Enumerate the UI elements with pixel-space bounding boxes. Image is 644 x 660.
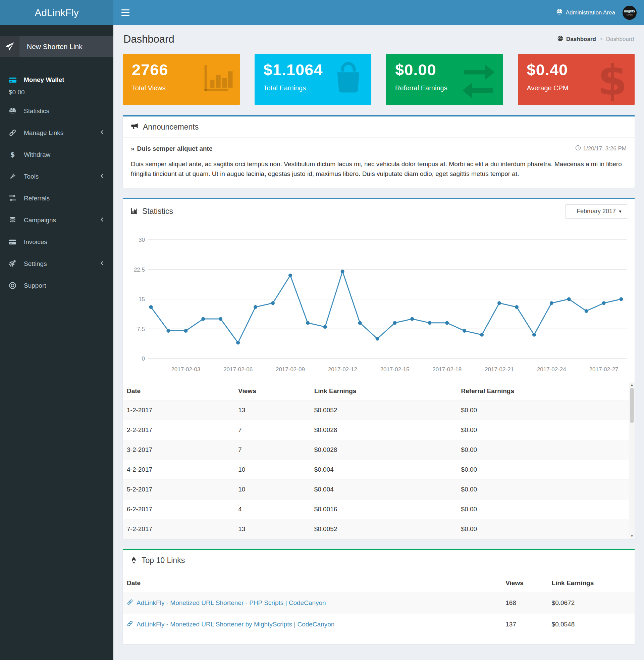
dollar-icon: $ <box>9 151 19 158</box>
sidebar-item-tools[interactable]: Tools <box>0 166 113 187</box>
top-links-title: Top 10 Links <box>141 556 185 565</box>
sidebar-toggle-button[interactable] <box>113 0 138 25</box>
breadcrumb-current: Dashboard <box>606 36 634 43</box>
announcement-timestamp: 1/20/17, 3:26 PM <box>575 145 626 152</box>
svg-text:15: 15 <box>139 296 145 303</box>
table-row: 7-2-201713$0.0052$0.00 <box>123 519 629 539</box>
column-header-date: Date <box>123 382 234 400</box>
sidebar-item-referrals[interactable]: Referrals <box>0 187 113 209</box>
app-logo[interactable]: AdLinkFly <box>0 0 113 25</box>
sidebar-item-campaigns[interactable]: Campaigns <box>0 209 113 231</box>
stat-card-total-views: 2766 Total Views <box>123 54 240 105</box>
chain-link-icon <box>9 129 19 137</box>
sidebar-item-support[interactable]: Support <box>0 274 113 296</box>
breadcrumb: Dashboard > Dashboard <box>557 35 634 43</box>
sidebar-item-settings[interactable]: Settings <box>0 253 113 274</box>
user-avatar[interactable]: mighty Scripts <box>623 6 637 20</box>
chevron-left-icon <box>100 260 104 268</box>
announcements-title: Announcements <box>143 123 199 132</box>
table-row: 6-2-20174$0.0016$0.00 <box>123 499 629 519</box>
sidebar-item-statistics[interactable]: Statistics <box>0 100 113 122</box>
scrollbar-up-arrow[interactable]: ▲ <box>629 382 635 388</box>
svg-text:0: 0 <box>142 355 145 362</box>
top-links-panel: Top 10 Links Date Views Link Earnings <box>123 549 635 644</box>
column-header-date: Date <box>123 574 502 592</box>
top-link-earnings: $0.0548 <box>548 614 635 635</box>
exchange-arrows-icon <box>459 60 498 100</box>
svg-text:2017-02-18: 2017-02-18 <box>432 366 462 373</box>
sidebar-item-label: Statistics <box>24 107 49 115</box>
sidebar-item-label: Withdraw <box>24 151 50 158</box>
column-header-link-earnings: Link Earnings <box>548 574 635 592</box>
top-bar: AdLinkFly Administration Area mighty Scr… <box>0 0 644 25</box>
svg-text:$: $ <box>598 60 627 102</box>
sidebar-item-invoices[interactable]: Invoices <box>0 231 113 253</box>
dollar-icon: $ <box>596 60 629 103</box>
sidebar: New Shorten Link Money Wallet $0.00 Stat… <box>0 25 113 660</box>
top-link-anchor[interactable]: AdLinkFly - Monetized URL Shortener - PH… <box>137 599 326 607</box>
content-header: Dashboard Dashboard > Dashboard <box>113 25 644 45</box>
bullhorn-icon <box>130 122 139 132</box>
svg-text:22.5: 22.5 <box>134 266 145 272</box>
administration-area-link[interactable]: Administration Area <box>556 8 615 17</box>
sidebar-item-manage-links[interactable]: Manage Links <box>0 122 113 144</box>
new-shorten-link-button[interactable]: New Shorten Link <box>0 36 113 57</box>
credit-card-icon <box>9 238 19 246</box>
stat-cards: 2766 Total Views $1.1064 Total Earnings … <box>113 45 644 105</box>
table-scrollbar[interactable]: ▲ ▼ <box>629 382 635 539</box>
top-link-views: 168 <box>502 592 547 614</box>
database-icon <box>9 216 19 224</box>
table-row: 2-2-20177$0.0028$0.00 <box>123 420 629 440</box>
announcement-item-title: » Duis semper aliquet ante <box>131 145 212 152</box>
column-header-views: Views <box>234 382 310 400</box>
svg-text:7.5: 7.5 <box>137 326 145 332</box>
exchange-arrows-icon <box>9 194 19 202</box>
top-links-table: Date Views Link Earnings AdLinkFly - Mo <box>123 574 635 635</box>
table-row: 5-2-201710$0.004$0.00 <box>123 479 629 499</box>
top-link-anchor[interactable]: AdLinkFly - Monetized URL Shortener by M… <box>137 621 335 628</box>
chevron-left-icon <box>100 217 104 224</box>
caret-down-icon: ▼ <box>618 209 622 214</box>
scrollbar-thumb[interactable] <box>630 388 634 423</box>
bar-chart-icon <box>130 207 138 216</box>
avatar-text-2: Scripts <box>626 14 632 16</box>
sidebar-item-withdraw[interactable]: $ Withdraw <box>0 144 113 166</box>
statistics-title: Statistics <box>142 207 173 216</box>
gauge-icon <box>9 107 19 115</box>
table-row: 3-2-20177$0.0028$0.00 <box>123 440 629 460</box>
paper-plane-icon <box>0 36 20 57</box>
announcements-header: Announcements <box>123 116 635 138</box>
statistics-header: Statistics February 2017 ▼ <box>123 199 635 224</box>
gears-icon <box>9 260 19 268</box>
breadcrumb-separator: > <box>599 36 603 43</box>
sidebar-item-label: Support <box>24 282 46 289</box>
breadcrumb-root[interactable]: Dashboard <box>557 35 596 43</box>
avatar-text-1: mighty <box>624 10 635 13</box>
app-root: AdLinkFly Administration Area mighty Scr… <box>0 0 644 660</box>
sidebar-item-money-wallet[interactable]: Money Wallet $0.00 <box>0 70 113 100</box>
svg-text:2017-02-21: 2017-02-21 <box>485 366 514 373</box>
gauge-icon <box>557 35 564 43</box>
sidebar-item-label: Tools <box>24 173 39 180</box>
statistics-panel: Statistics February 2017 ▼ 07.51522.5302… <box>123 198 635 539</box>
clock-icon <box>575 145 581 152</box>
svg-text:30: 30 <box>139 237 145 243</box>
scrollbar-down-arrow[interactable]: ▼ <box>629 533 635 539</box>
money-wallet-label: Money Wallet <box>24 76 64 84</box>
money-wallet-amount: $0.00 <box>9 87 104 100</box>
sidebar-item-label: Campaigns <box>24 217 56 224</box>
month-selector[interactable]: February 2017 ▼ <box>566 204 627 219</box>
sidebar-item-label: Referrals <box>24 195 50 202</box>
shopping-bag-icon <box>331 60 366 96</box>
navbar: Administration Area mighty Scripts <box>113 0 644 25</box>
stat-card-total-earnings: $1.1064 Total Earnings <box>255 54 372 105</box>
gauge-icon <box>556 8 563 17</box>
top-link-views: 137 <box>502 614 547 635</box>
svg-text:2017-02-12: 2017-02-12 <box>328 366 357 373</box>
statistics-table-wrap: Date Views Link Earnings Referral Earnin… <box>123 382 635 539</box>
svg-text:2017-02-03: 2017-02-03 <box>171 366 200 373</box>
svg-text:2017-02-15: 2017-02-15 <box>380 366 409 373</box>
credit-card-icon <box>9 76 19 84</box>
main-content: Dashboard Dashboard > Dashboard 2766 Tot… <box>113 0 644 644</box>
svg-text:$: $ <box>10 151 15 158</box>
